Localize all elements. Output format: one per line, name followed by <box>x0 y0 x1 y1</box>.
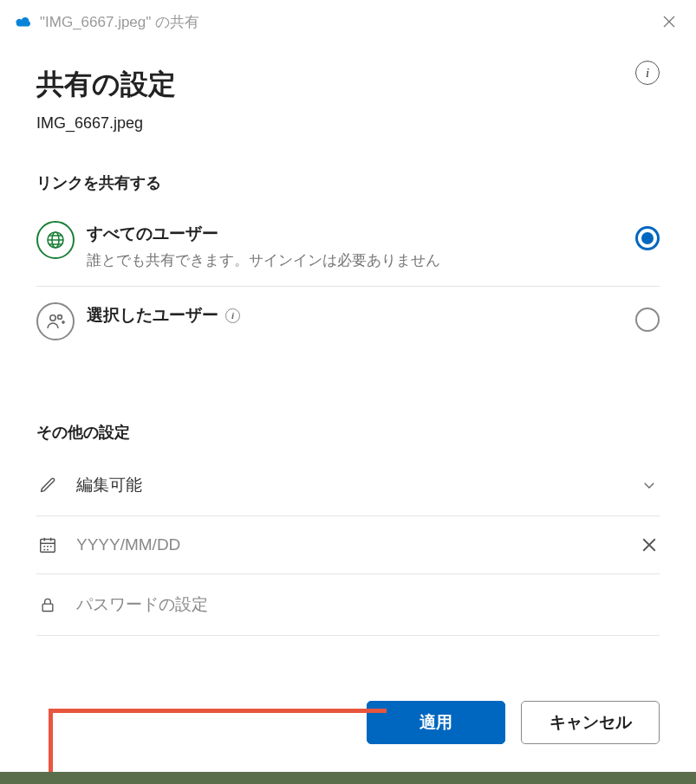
share-section-label: リンクを共有する <box>36 172 660 193</box>
chevron-down-icon <box>639 477 660 493</box>
svg-point-3 <box>58 315 62 320</box>
option-everyone-title: すべてのユーザー <box>87 223 628 245</box>
dialog-footer: 適用 キャンセル <box>367 701 660 744</box>
option-everyone-subtitle: 誰とでも共有できます。サインインは必要ありません <box>87 250 628 270</box>
heading-row: 共有の設定 i <box>36 66 660 104</box>
share-option-everyone[interactable]: すべてのユーザー 誰とでも共有できます。サインインは必要ありません <box>36 205 660 287</box>
option-text: すべてのユーザー 誰とでも共有できます。サインインは必要ありません <box>87 221 628 270</box>
clear-date-button[interactable] <box>639 537 660 553</box>
radio-everyone[interactable] <box>635 226 660 250</box>
share-option-selected-users[interactable]: 選択したユーザー i <box>36 287 660 356</box>
people-icon <box>36 302 75 340</box>
lock-icon <box>36 595 59 614</box>
radio-selected-users[interactable] <box>635 308 660 332</box>
annotation-line <box>49 709 387 713</box>
password-field[interactable]: パスワードの設定 <box>36 574 660 636</box>
filename-label: IMG_6667.jpeg <box>36 114 660 133</box>
option-selected-title: 選択したユーザー <box>87 304 218 327</box>
info-icon-small[interactable]: i <box>225 308 240 323</box>
apply-button[interactable]: 適用 <box>367 701 505 744</box>
option-text: 選択したユーザー i <box>87 302 628 327</box>
password-placeholder: パスワードの設定 <box>76 593 660 616</box>
other-settings-label: その他の設定 <box>36 422 660 443</box>
onedrive-cloud-icon <box>14 15 33 29</box>
bottom-strip <box>0 772 696 784</box>
calendar-icon <box>36 535 59 554</box>
expiry-placeholder: YYYY/MM/DD <box>76 535 639 554</box>
close-button[interactable] <box>656 9 682 35</box>
cancel-button[interactable]: キャンセル <box>521 701 660 744</box>
titlebar-text: "IMG_6667.jpeg" の共有 <box>40 12 656 32</box>
page-title: 共有の設定 <box>36 66 176 104</box>
svg-point-2 <box>50 315 55 321</box>
pencil-icon <box>36 476 59 495</box>
dialog-content: 共有の設定 i IMG_6667.jpeg リンクを共有する すべてのユーザー … <box>0 40 696 636</box>
globe-icon <box>36 221 75 259</box>
info-icon[interactable]: i <box>635 61 660 85</box>
permission-dropdown[interactable]: 編集可能 <box>36 455 660 516</box>
svg-rect-5 <box>42 604 53 611</box>
titlebar: "IMG_6667.jpeg" の共有 <box>0 0 696 40</box>
expiry-date-field[interactable]: YYYY/MM/DD <box>36 516 660 574</box>
permission-value: 編集可能 <box>76 474 639 496</box>
